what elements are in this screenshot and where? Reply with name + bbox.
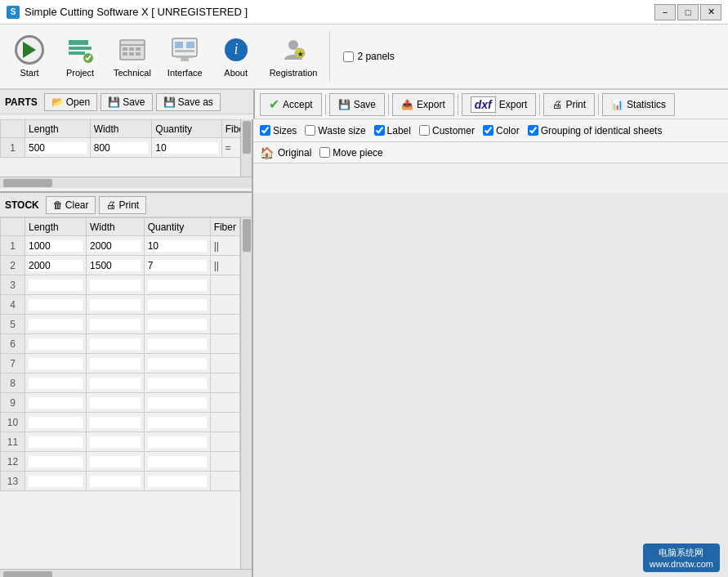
stock-width-input[interactable] <box>90 280 141 291</box>
stock-width-input[interactable] <box>90 260 141 271</box>
stock-width-input[interactable] <box>90 476 141 487</box>
stock-width-input[interactable] <box>90 338 141 350</box>
color-checkbox[interactable] <box>483 125 494 136</box>
stock-length-input[interactable] <box>29 436 83 448</box>
stock-row-width[interactable] <box>87 393 145 413</box>
stock-row[interactable]: 2 || <box>1 256 240 275</box>
stock-row-width[interactable] <box>87 236 145 256</box>
stock-row-width[interactable] <box>87 275 145 295</box>
two-panels-label[interactable]: 2 panels <box>357 51 394 62</box>
stock-row-fiber[interactable]: || <box>210 256 239 275</box>
waste-label[interactable]: Waste size <box>318 125 365 136</box>
stock-row-fiber[interactable] <box>210 432 239 452</box>
stock-row[interactable]: 13 <box>1 472 240 491</box>
grouping-checkbox[interactable] <box>528 125 538 136</box>
parts-length-input[interactable] <box>29 142 87 154</box>
parts-scrollbar-x[interactable] <box>0 177 252 188</box>
label-checkbox[interactable] <box>374 125 385 136</box>
accept-button[interactable]: ✔ Accept <box>260 93 322 116</box>
save-action-button[interactable]: 💾 Save <box>329 93 385 116</box>
stock-length-input[interactable] <box>29 476 83 487</box>
stock-row-width[interactable] <box>87 295 145 315</box>
about-button[interactable]: i About <box>212 28 261 85</box>
stock-row-quantity[interactable] <box>144 236 210 256</box>
parts-row-width[interactable] <box>90 138 152 158</box>
stock-row-width[interactable] <box>87 373 145 393</box>
sizes-label[interactable]: Sizes <box>273 125 297 136</box>
stock-row-fiber[interactable] <box>210 393 239 413</box>
stock-row-fiber[interactable] <box>210 413 239 432</box>
stock-quantity-input[interactable] <box>148 378 207 389</box>
stock-length-input[interactable] <box>29 417 83 428</box>
stock-length-input[interactable] <box>29 299 83 311</box>
stock-row-quantity[interactable] <box>144 393 210 413</box>
stock-scrollbar-y[interactable] <box>240 217 252 569</box>
stock-row-width[interactable] <box>87 315 145 334</box>
stock-row-quantity[interactable] <box>144 295 210 315</box>
registration-button[interactable]: ★ Registration <box>262 28 325 85</box>
stock-row-width[interactable] <box>87 256 145 275</box>
stock-row-width[interactable] <box>87 472 145 491</box>
stock-row-fiber[interactable] <box>210 295 239 315</box>
stock-row[interactable]: 5 <box>1 315 240 334</box>
stock-row-fiber[interactable] <box>210 354 239 373</box>
stock-length-input[interactable] <box>29 378 83 389</box>
print-stock-button[interactable]: 🖨 Print <box>99 196 146 214</box>
stock-width-input[interactable] <box>90 397 141 409</box>
waste-checkbox[interactable] <box>305 125 315 136</box>
stock-length-input[interactable] <box>29 338 83 350</box>
stock-row-length[interactable] <box>25 393 87 413</box>
stock-row[interactable]: 8 <box>1 373 240 393</box>
stock-width-input[interactable] <box>90 456 141 467</box>
stock-width-input[interactable] <box>90 358 141 369</box>
stock-length-input[interactable] <box>29 397 83 409</box>
stock-row-quantity[interactable] <box>144 256 210 275</box>
stock-row-fiber[interactable] <box>210 275 239 295</box>
stock-row[interactable]: 11 <box>1 432 240 452</box>
stock-row-width[interactable] <box>87 334 145 354</box>
statistics-button[interactable]: 📊 Statistics <box>602 93 675 116</box>
stock-row[interactable]: 4 <box>1 295 240 315</box>
stock-row[interactable]: 1 || <box>1 236 240 256</box>
stock-quantity-input[interactable] <box>148 358 207 369</box>
parts-row-length[interactable] <box>25 138 91 158</box>
stock-row-length[interactable] <box>25 236 87 256</box>
stock-row-fiber[interactable] <box>210 373 239 393</box>
stock-row-length[interactable] <box>25 413 87 432</box>
stock-row-quantity[interactable] <box>144 315 210 334</box>
technical-button[interactable]: Technical <box>106 28 159 85</box>
project-button[interactable]: Project <box>56 28 105 85</box>
label-label[interactable]: Label <box>387 125 411 136</box>
close-button[interactable]: ✕ <box>700 4 721 20</box>
stock-row-length[interactable] <box>25 354 87 373</box>
stock-row-length[interactable] <box>25 472 87 491</box>
stock-width-input[interactable] <box>90 299 141 311</box>
stock-row-length[interactable] <box>25 275 87 295</box>
stock-row-quantity[interactable] <box>144 275 210 295</box>
stock-row-length[interactable] <box>25 452 87 472</box>
stock-row-fiber[interactable] <box>210 315 239 334</box>
stock-row-length[interactable] <box>25 432 87 452</box>
stock-row-fiber[interactable]: || <box>210 236 239 256</box>
stock-row-quantity[interactable] <box>144 354 210 373</box>
stock-row-quantity[interactable] <box>144 373 210 393</box>
stock-row-width[interactable] <box>87 354 145 373</box>
stock-quantity-input[interactable] <box>148 299 207 311</box>
movepiece-label[interactable]: Move piece <box>333 147 382 159</box>
open-button[interactable]: 📂 Open <box>44 93 97 111</box>
stock-row-length[interactable] <box>25 373 87 393</box>
movepiece-checkbox[interactable] <box>319 147 330 158</box>
customer-checkbox[interactable] <box>419 125 430 136</box>
stock-row-quantity[interactable] <box>144 413 210 432</box>
parts-quantity-input[interactable] <box>155 142 217 154</box>
stock-quantity-input[interactable] <box>148 240 207 252</box>
stock-length-input[interactable] <box>29 358 83 369</box>
parts-row-quantity[interactable] <box>152 138 221 158</box>
parts-width-input[interactable] <box>94 142 149 154</box>
stock-length-input[interactable] <box>29 260 83 271</box>
dxf-export-button[interactable]: dxf Export <box>462 93 537 116</box>
stock-scrollbar-x[interactable] <box>0 569 252 577</box>
stock-row[interactable]: 6 <box>1 334 240 354</box>
stock-quantity-input[interactable] <box>148 417 207 428</box>
export1-button[interactable]: 📤 Export <box>392 93 454 116</box>
